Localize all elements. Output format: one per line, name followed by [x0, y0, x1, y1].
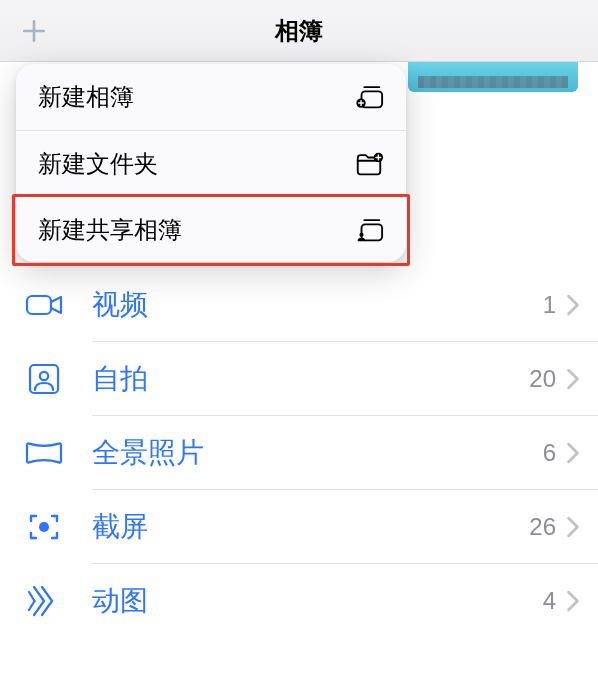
list-item-count: 1	[543, 291, 556, 319]
list-item-screenshots[interactable]: 截屏 26	[0, 490, 598, 564]
screenshot-icon	[22, 505, 66, 549]
list-item-label: 自拍	[92, 360, 529, 398]
page-title: 相簿	[275, 15, 323, 47]
content-area: 新建相簿 新建文件夹	[0, 62, 598, 673]
video-icon	[22, 283, 66, 327]
panorama-icon	[22, 431, 66, 475]
list-item-count: 6	[543, 439, 556, 467]
selfie-icon	[22, 357, 66, 401]
new-folder-icon	[354, 149, 384, 179]
animated-icon	[22, 579, 66, 623]
list-item-selfies[interactable]: 自拍 20	[0, 342, 598, 416]
chevron-right-icon	[566, 442, 580, 464]
new-album-icon	[354, 82, 384, 112]
svg-rect-14	[27, 296, 51, 314]
list-item-label: 动图	[92, 582, 543, 620]
media-type-list: 视频 1 自拍 20	[0, 268, 598, 638]
add-menu-popover: 新建相簿 新建文件夹	[16, 64, 406, 262]
svg-point-16	[40, 372, 48, 380]
list-item-label: 全景照片	[92, 434, 543, 472]
list-item-count: 4	[543, 587, 556, 615]
chevron-right-icon	[566, 294, 580, 316]
menu-item-label: 新建共享相簿	[38, 214, 182, 246]
chevron-right-icon	[566, 516, 580, 538]
add-button[interactable]	[20, 17, 48, 45]
menu-item-new-folder[interactable]: 新建文件夹	[16, 130, 406, 196]
svg-rect-12	[362, 224, 383, 240]
list-item-count: 20	[529, 365, 556, 393]
menu-item-label: 新建文件夹	[38, 148, 158, 180]
list-item-label: 截屏	[92, 508, 529, 546]
svg-line-19	[29, 601, 35, 610]
background-thumbnail	[408, 62, 578, 92]
list-item-animated[interactable]: 动图 4	[0, 564, 598, 638]
menu-item-label: 新建相簿	[38, 81, 134, 113]
new-shared-album-icon	[354, 215, 384, 245]
list-item-panoramas[interactable]: 全景照片 6	[0, 416, 598, 490]
chevron-right-icon	[566, 590, 580, 612]
header: 相簿	[0, 0, 598, 62]
svg-point-17	[39, 522, 49, 532]
list-item-videos[interactable]: 视频 1	[0, 268, 598, 342]
menu-item-new-shared-album[interactable]: 新建共享相簿	[16, 196, 406, 262]
chevron-right-icon	[566, 368, 580, 390]
svg-point-13	[359, 232, 363, 236]
list-item-count: 26	[529, 513, 556, 541]
svg-line-18	[29, 592, 35, 601]
list-item-label: 视频	[92, 286, 543, 324]
menu-item-new-album[interactable]: 新建相簿	[16, 64, 406, 130]
